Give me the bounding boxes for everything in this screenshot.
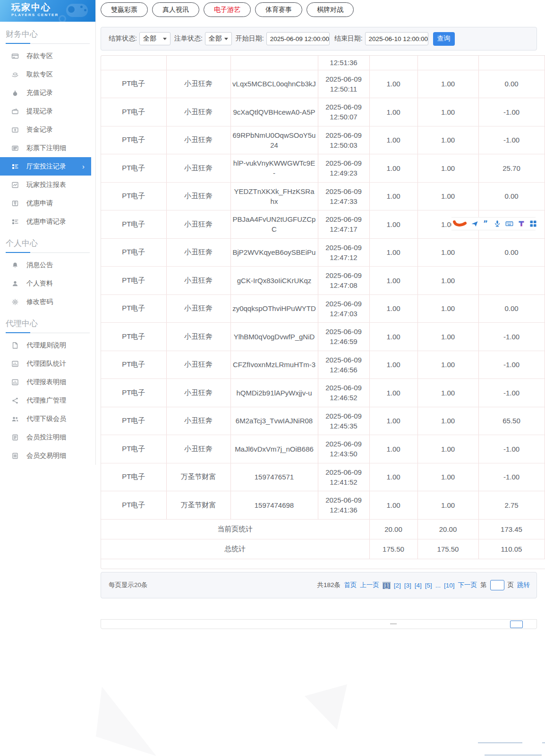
start-date-input[interactable] (266, 32, 330, 45)
bet-date: 2025-06-09 (320, 411, 368, 421)
sidebar-section: 代理中心代理规则说明代理团队统计代理报表明细代理推广管理代理下级会员会员投注明细… (0, 315, 95, 465)
table-row: PT电子万圣节财富15974765712025-06-0912:41:521.0… (101, 463, 545, 491)
order-id-cell: 9cXaQtlQVBHcewA0-A5P (230, 98, 318, 126)
chevron-down-icon (163, 38, 167, 40)
page-link-[3][interactable]: [3] (404, 582, 411, 589)
tab-棋牌对战[interactable]: 棋牌对战 (307, 2, 354, 17)
bet-records-table: 12:51:36PT电子小丑狂奔vLqx5MCBCL0oqhnCb3kJ2025… (101, 56, 545, 559)
sidebar-item-label: 优惠申请记录 (26, 218, 66, 226)
winloss-cell: 0.00 (478, 70, 545, 98)
page-link-[4][interactable]: [4] (415, 582, 422, 589)
platform-cell: PT电子 (101, 435, 166, 463)
winloss-cell: -1.00 (478, 463, 545, 491)
bet-time-cell: 2025-06-0912:50:11 (318, 70, 369, 98)
tab-雙贏彩票[interactable]: 雙贏彩票 (101, 2, 148, 17)
withdraw-hand-icon (11, 71, 19, 78)
bell-icon (11, 261, 19, 269)
bet-date: 2025-06-09 (320, 327, 368, 336)
valid-bet-cell: 1.00 (417, 379, 478, 407)
sogou-logo-icon[interactable] (452, 218, 467, 229)
game-name-cell: 小丑狂奔 (166, 351, 230, 379)
next-page-link[interactable]: 下一页 (458, 581, 477, 589)
valid-bet-cell: 1.00 (417, 154, 478, 183)
sidebar-item-个人资料[interactable]: 个人资料 (0, 274, 95, 293)
platform-cell: PT电子 (101, 491, 166, 520)
search-button[interactable]: 查询 (433, 32, 455, 46)
gamepad-icon (58, 2, 92, 21)
sidebar-item-消息公告[interactable]: 消息公告 (0, 256, 95, 274)
page-jump-input[interactable] (490, 580, 504, 590)
sidebar: 玩家中心 PLAYERS CENTER 财务中心存款专区取款专区充值记录提现记录… (0, 0, 96, 465)
sidebar-item-优惠申请记录[interactable]: 优惠申请记录 (0, 212, 95, 231)
sidebar-item-代理推广管理[interactable]: 代理推广管理 (0, 391, 95, 410)
platform-cell: PT电子 (101, 154, 166, 183)
total-count: 共182条 (317, 581, 341, 589)
winloss-cell: 0.00 (478, 238, 545, 267)
page-link-[2][interactable]: [2] (394, 582, 401, 589)
bet-detail-icon (11, 434, 19, 441)
table-row-clipped: 12:51:36 (101, 56, 545, 70)
game-name-cell: 小丑狂奔 (166, 98, 230, 126)
end-date-input[interactable] (365, 32, 428, 45)
game-name-cell: 小丑狂奔 (166, 294, 230, 323)
tab-真人视讯[interactable]: 真人视讯 (152, 2, 199, 17)
table-row: PT电子小丑狂奔CFZfIvoxnMzLRmuHTm-32025-06-0912… (101, 351, 545, 379)
sidebar-item-存款专区[interactable]: 存款专区 (0, 47, 95, 65)
order-id-cell: MaJl6vDxVm7j_nOiB686 (230, 435, 318, 463)
jump-button[interactable]: 跳转 (517, 581, 530, 589)
winloss-cell: -1.00 (478, 379, 545, 407)
winloss-cell: 65.50 (478, 407, 545, 435)
valid-bet-cell: 1.00 (417, 70, 478, 98)
grid-icon[interactable] (529, 220, 537, 227)
clipped-jump-input[interactable] (510, 621, 523, 628)
clipped-blue-line (478, 742, 522, 743)
bet-time-cell: 2025-06-0912:49:23 (318, 154, 369, 183)
sidebar-item-会员交易明细[interactable]: 会员交易明细 (0, 446, 95, 465)
valid-bet-cell: 1.00 (417, 463, 478, 491)
settle-status-select[interactable]: 全部 (139, 32, 170, 45)
page-link-[10][interactable]: [10] (444, 582, 455, 589)
valid-bet-cell: 1.00 (417, 407, 478, 435)
sidebar-item-玩家投注报表[interactable]: 玩家投注报表 (0, 176, 95, 194)
sidebar-item-label: 玩家投注报表 (26, 181, 66, 189)
sidebar-item-提现记录[interactable]: 提现记录 (0, 102, 95, 120)
first-page-link[interactable]: 首页 (344, 581, 357, 589)
sidebar-item-修改密码[interactable]: 修改密码 (0, 293, 95, 311)
sidebar-item-代理下级会员[interactable]: 代理下级会员 (0, 410, 95, 428)
bet-amount-cell: 1.00 (369, 210, 417, 239)
table-cell (101, 56, 166, 70)
sidebar-item-资金记录[interactable]: 资金记录 (0, 120, 95, 139)
prev-page-link[interactable]: 上一页 (360, 581, 379, 589)
page-link-[5][interactable]: [5] (425, 582, 432, 589)
text-tool-icon[interactable] (518, 220, 525, 227)
sidebar-item-厅室投注记录[interactable]: 厅室投注记录› (0, 157, 91, 176)
bet-clock: 12:47:08 (320, 280, 368, 290)
game-name-cell: 万圣节财富 (166, 463, 230, 491)
sidebar-item-会员投注明细[interactable]: 会员投注明细 (0, 428, 95, 446)
sidebar-item-代理规则说明[interactable]: 代理规则说明 (0, 336, 95, 354)
page-link-[1][interactable]: [1] (383, 582, 391, 589)
filter-bar: 结算状态: 全部 注单状态: 全部 开始日期: 结束日期: 查询 (101, 27, 537, 50)
tab-电子游艺[interactable]: 电子游艺 (204, 2, 251, 17)
sidebar-item-优惠申请[interactable]: 优惠申请 (0, 194, 95, 212)
quote-icon[interactable]: ” (483, 220, 489, 227)
sidebar-item-代理团队统计[interactable]: 代理团队统计 (0, 354, 95, 373)
microphone-icon[interactable] (494, 220, 501, 227)
summary-valid-cell: 20.00 (417, 519, 478, 539)
order-status-select[interactable]: 全部 (205, 32, 232, 45)
summary-label-cell: 总统计 (101, 539, 369, 559)
sidebar-item-代理报表明细[interactable]: 代理报表明细 (0, 373, 95, 391)
order-id-cell: hQMDi2b91lAPyWxjjv-u (230, 379, 318, 407)
sidebar-banner: 玩家中心 PLAYERS CENTER (0, 0, 95, 22)
tab-体育赛事[interactable]: 体育赛事 (255, 2, 302, 17)
order-id-cell: zy0qqkspOThviHPuWYTD (230, 294, 318, 323)
funds-icon (11, 126, 19, 134)
sidebar-item-取款专区[interactable]: 取款专区 (0, 65, 95, 84)
bet-time-cell: 2025-06-0912:47:12 (318, 238, 369, 267)
sidebar-item-彩票下注明细[interactable]: 彩票下注明细 (0, 139, 95, 157)
plane-icon[interactable] (471, 220, 478, 227)
summary-bet-cell: 20.00 (369, 519, 417, 539)
bet-amount-cell: 1.00 (369, 98, 417, 126)
keyboard-icon[interactable] (505, 220, 513, 227)
sidebar-item-充值记录[interactable]: 充值记录 (0, 84, 95, 102)
